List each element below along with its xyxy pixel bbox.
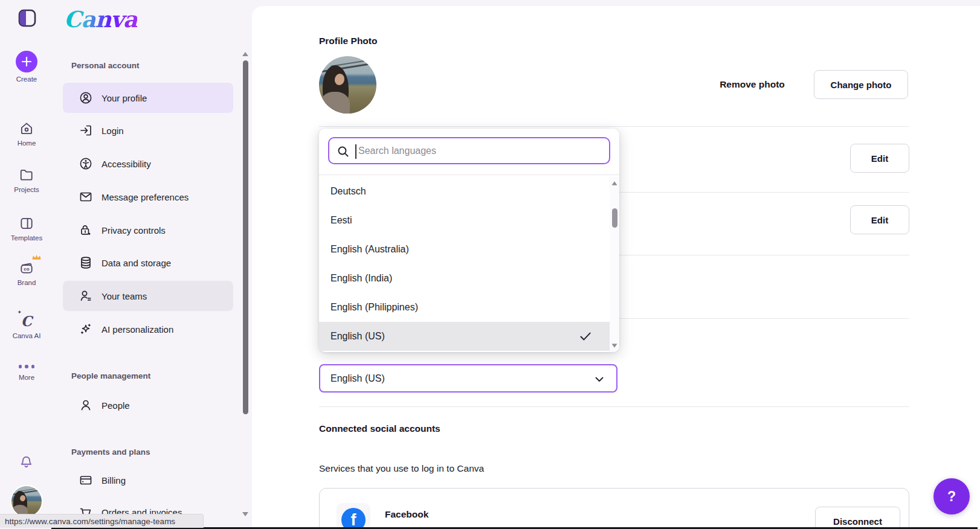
user-avatar[interactable]: [10, 485, 43, 518]
envelope-icon: [79, 190, 93, 204]
sidebar-item-your-profile[interactable]: Your profile: [63, 83, 233, 113]
rail-item-more[interactable]: More: [0, 361, 53, 381]
sidebar-item-privacy-controls[interactable]: Privacy controls: [63, 215, 233, 245]
scroll-up-arrow[interactable]: [242, 52, 248, 56]
login-icon: [79, 123, 93, 138]
dropdown-scroll-down-arrow[interactable]: [612, 344, 617, 347]
rail-item-brand[interactable]: co Brand: [0, 260, 53, 286]
notifications-bell-icon[interactable]: [18, 454, 34, 470]
rail-item-canva-ai[interactable]: ✦C Canva AI: [0, 313, 53, 339]
language-select[interactable]: English (US): [319, 364, 617, 393]
sparkles-icon: [79, 322, 93, 336]
remove-photo-button[interactable]: Remove photo: [715, 71, 790, 98]
sidebar-item-message-preferences[interactable]: Message preferences: [63, 182, 233, 212]
sidebar-item-ai-personalization[interactable]: AI personalization: [63, 314, 233, 344]
dropdown-scrollbar[interactable]: [610, 177, 619, 352]
connected-social-accounts-heading: Connected social accounts: [319, 423, 440, 434]
profile-photo-heading: Profile Photo: [319, 36, 377, 46]
panel-divider: [319, 175, 619, 175]
home-icon: [19, 120, 35, 136]
edit-name-button[interactable]: Edit: [850, 144, 909, 173]
language-option-english-australia[interactable]: English (Australia): [319, 235, 610, 264]
more-dots-icon: [19, 365, 35, 368]
text-cursor: [355, 144, 356, 159]
language-option-english-india[interactable]: English (India): [319, 264, 610, 293]
section-personal-account: Personal account: [71, 61, 140, 70]
canva-logo[interactable]: Canva: [64, 7, 137, 31]
credit-card-icon: [79, 473, 93, 487]
facebook-service-card: f Facebook Disconnect: [319, 488, 909, 529]
change-photo-button[interactable]: Change photo: [814, 70, 908, 99]
svg-text:co: co: [24, 266, 30, 271]
sidebar-item-login[interactable]: Login: [63, 115, 233, 146]
language-search-box[interactable]: [328, 137, 610, 164]
dropdown-scroll-up-arrow[interactable]: [612, 181, 617, 185]
language-option-english-philippines[interactable]: English (Philippines): [319, 293, 610, 322]
checkmark-icon: [578, 329, 593, 344]
language-option-eesti[interactable]: Eesti: [319, 206, 610, 235]
create-button[interactable]: Create: [0, 51, 53, 83]
section-payments-and-plans: Payments and plans: [71, 447, 150, 457]
connected-social-accounts-description: Services that you use to log in to Canva: [319, 463, 484, 474]
language-option-deutsch[interactable]: Deutsch: [319, 177, 610, 206]
sidebar-item-accessibility[interactable]: Accessibility: [63, 149, 233, 179]
user-circle-icon: [79, 91, 93, 105]
templates-icon: [19, 215, 35, 231]
chevron-down-icon: [592, 372, 607, 386]
plus-icon: [16, 51, 37, 72]
search-languages-input[interactable]: [357, 139, 602, 162]
rail-item-home[interactable]: Home: [0, 120, 53, 147]
sidebar-item-people[interactable]: People: [63, 390, 233, 420]
disconnect-facebook-button[interactable]: Disconnect: [815, 507, 900, 529]
team-icon: [79, 289, 93, 303]
rail-item-projects[interactable]: Projects: [0, 167, 53, 193]
collapse-sidebar-icon[interactable]: [18, 9, 36, 27]
language-option-english-us-selected[interactable]: English (US): [319, 322, 610, 351]
sidebar-item-billing[interactable]: Billing: [63, 465, 233, 495]
sidebar-item-your-teams[interactable]: Your teams: [63, 281, 233, 311]
folder-icon: [19, 167, 35, 183]
brand-kit-icon: co: [19, 260, 35, 276]
accessibility-icon: [79, 156, 93, 171]
canva-ai-icon: ✦C: [19, 313, 35, 329]
profile-photo[interactable]: [319, 56, 376, 114]
scrollbar-thumb[interactable]: [243, 60, 248, 414]
search-icon: [336, 144, 350, 159]
facebook-service-name: Facebook: [385, 509, 428, 520]
edit-email-button[interactable]: Edit: [850, 205, 909, 234]
sidebar-scrollbar[interactable]: [242, 51, 250, 522]
lock-icon: [79, 223, 93, 237]
sidebar-item-data-and-storage[interactable]: Data and storage: [63, 248, 233, 278]
scroll-down-arrow[interactable]: [242, 512, 248, 516]
database-icon: [79, 255, 93, 270]
section-people-management: People management: [71, 371, 150, 380]
crown-icon: [31, 254, 42, 260]
facebook-icon-tile: f: [337, 503, 370, 529]
dropdown-scrollbar-thumb[interactable]: [612, 208, 617, 228]
facebook-icon: f: [341, 508, 366, 529]
rail-item-templates[interactable]: Templates: [0, 215, 53, 242]
canva-settings-screen: Canva Create Home Projects Templates: [0, 0, 980, 529]
status-bar-url: https://www.canva.com/settings/manage-te…: [0, 514, 204, 528]
divider: [319, 406, 909, 407]
user-icon: [79, 398, 93, 412]
help-button[interactable]: ?: [933, 478, 970, 515]
divider: [319, 126, 909, 127]
language-dropdown-panel: Deutsch Eesti English (Australia) Englis…: [319, 129, 619, 352]
